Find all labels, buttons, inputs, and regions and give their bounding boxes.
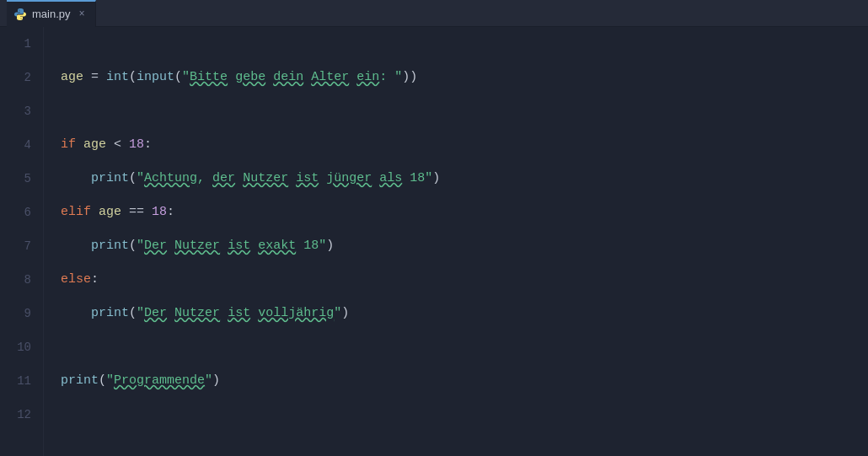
code-line-8: else: [61,263,868,297]
code-line-2: age = int(input("Bitte gebe dein Alter e… [61,61,868,94]
line-num-11: 11 [0,364,43,398]
line-gutter: 1 2 3 4 5 6 7 8 9 10 11 12 [0,27,44,456]
tab[interactable]: main.py × [7,0,96,27]
line-num-6: 6 [0,196,43,229]
line-num-2: 2 [0,61,43,94]
code-line-4: if age < 18: [61,128,868,162]
code-line-10 [61,330,868,364]
code-line-6: elif age == 18: [61,196,868,229]
line-num-9: 9 [0,297,43,330]
tab-filename: main.py [32,8,71,20]
line-num-8: 8 [0,263,43,297]
line-num-5: 5 [0,162,43,196]
code-line-9: print("Der Nutzer ist volljährig") [61,297,868,330]
code-line-11: print("Programmende") [61,364,868,398]
code-line-7: print("Der Nutzer ist exakt 18") [61,229,868,263]
line-num-1: 1 [0,27,43,61]
tab-close-button[interactable]: × [79,8,85,20]
line-num-7: 7 [0,229,43,263]
title-bar: main.py × [0,0,868,27]
code-area[interactable]: age = int(input("Bitte gebe dein Alter e… [44,27,868,456]
line-num-12: 12 [0,398,43,432]
line-num-3: 3 [0,94,43,128]
code-line-5: print("Achtung, der Nutzer ist jünger al… [61,162,868,196]
editor-body: 1 2 3 4 5 6 7 8 9 10 11 12 age = int(inp… [0,27,868,456]
code-line-3 [61,94,868,128]
code-line-12 [61,398,868,432]
python-icon [13,8,27,21]
line-num-4: 4 [0,128,43,162]
line-num-10: 10 [0,330,43,364]
code-line-1 [61,27,868,61]
